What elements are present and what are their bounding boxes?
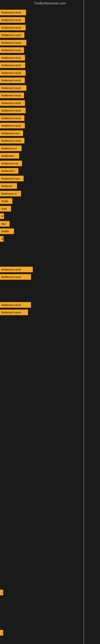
- bottleneck-bar: Bottleneck result: [0, 62, 25, 68]
- bottleneck-bar: Bottlenec: [0, 183, 17, 189]
- bottleneck-bar: Bottleneck resu: [0, 130, 23, 136]
- bottleneck-bar: Bottleneck result: [0, 267, 33, 272]
- bottleneck-bar: B: [0, 213, 4, 219]
- bottleneck-bar: Bottleneck r: [0, 168, 18, 174]
- bottleneck-bar: Bottleneck result: [0, 138, 24, 144]
- bottleneck-bar: Bottleneck result: [0, 17, 25, 23]
- bottleneck-bar: Bottleneck result: [0, 274, 31, 280]
- bottleneck-bar: Bottleneck res: [0, 160, 22, 166]
- bottleneck-bar: Bottleneck: [0, 153, 19, 158]
- bottleneck-bar: Bottleneck result: [0, 92, 24, 98]
- bottleneck-bar: |: [0, 590, 3, 595]
- bottleneck-bar: Bottleneck result: [0, 78, 25, 83]
- bottleneck-bar: B: [0, 236, 3, 242]
- bottleneck-bar: Bottleneck result: [0, 25, 26, 30]
- bottleneck-bar: Bottleneck result: [0, 47, 24, 53]
- bottleneck-bar: Bottleneck result: [0, 10, 26, 15]
- bottleneck-bar: Bottleneck resu: [0, 176, 24, 181]
- bottleneck-bar: Bottle: [0, 198, 12, 204]
- bottleneck-bar: Bottleneck re: [0, 146, 22, 151]
- bottleneck-bar: Bottleneck result: [0, 108, 26, 113]
- bottleneck-bar: Bottleneck result: [0, 40, 26, 46]
- vertical-line: [84, 0, 84, 644]
- bottleneck-bar: Bottleneck result: [0, 123, 25, 128]
- bottleneck-bar: Bot: [0, 221, 10, 226]
- bottleneck-bar: |: [0, 630, 3, 636]
- site-title: TheBottlenecker.com: [0, 0, 100, 6]
- bottleneck-bar: Bottleneck result: [0, 70, 26, 76]
- bottleneck-bar: Bottleneck result: [0, 100, 25, 106]
- bottleneck-bar: Bottleneck result: [0, 32, 24, 38]
- bottleneck-bar: Bottleneck re: [0, 191, 21, 196]
- bottleneck-bar: Bottleneck result: [0, 85, 26, 91]
- bottleneck-bar: Bottleneck result: [0, 310, 28, 315]
- bottleneck-bar: Bottl: [0, 206, 11, 212]
- bottleneck-bar: Bottleneck result: [0, 55, 25, 60]
- bottleneck-bar: Bottler: [0, 228, 14, 234]
- bottleneck-bar: Bottleneck result: [0, 302, 31, 308]
- bottleneck-bar: Bottleneck result: [0, 115, 24, 121]
